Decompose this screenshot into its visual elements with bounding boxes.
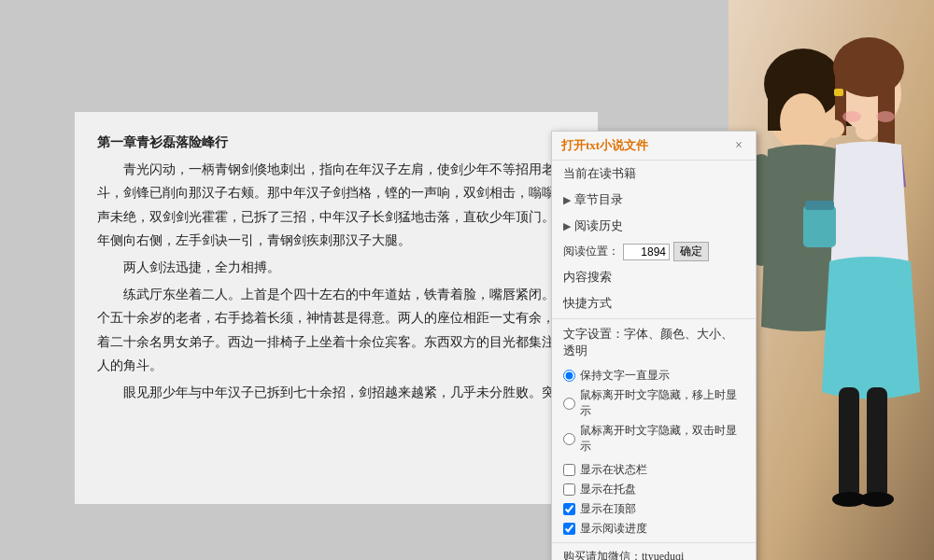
svg-point-11 — [842, 111, 861, 122]
paragraph-3: 练武厅东坐着二人。上首是个四十左右的中年道姑，铁青着脸，嘴唇紧闭。一个五十余岁的… — [97, 283, 575, 377]
radio-input-1[interactable] — [563, 398, 575, 410]
radio-group: 保持文字一直显示 鼠标离开时文字隐藏，移上时显示 鼠标离开时文字隐藏，双击时显示 — [552, 364, 756, 458]
reading-position-label: 阅读位置： — [563, 244, 619, 259]
content-search-label: 内容搜索 — [563, 269, 612, 286]
current-reading-item[interactable]: 当前在读书籍 — [552, 161, 756, 187]
radio-item-2[interactable]: 鼠标离开时文字隐藏，双击时显示 — [563, 421, 744, 456]
svg-rect-10 — [834, 89, 843, 96]
svg-point-21 — [822, 119, 844, 138]
close-button[interactable]: × — [731, 137, 746, 154]
svg-point-18 — [860, 492, 894, 507]
chapter-list-label: 章节目录 — [574, 191, 623, 208]
menu-panel: 打开txt小说文件 × 当前在读书籍 ▶ 章节目录 ▶ 阅读历史 阅读位置： 确… — [551, 131, 757, 560]
svg-rect-16 — [867, 387, 887, 499]
menu-header: 打开txt小说文件 × — [552, 132, 756, 161]
content-search-item[interactable]: 内容搜索 — [552, 264, 756, 290]
paragraph-1: 青光闪动，一柄青钢剑倏地刺出，指向在年汉子左肩，使剑少年不等招用老剑斗，剑锋已削… — [97, 158, 575, 252]
svg-point-5 — [780, 93, 827, 149]
reading-position-row: 阅读位置： 确定 — [552, 239, 756, 264]
radio-input-2[interactable] — [563, 433, 575, 445]
text-settings-item[interactable]: 文字设置：字体、颜色、大小、透明 — [552, 321, 756, 364]
radio-label-2: 鼠标离开时文字隐藏，双击时显示 — [580, 423, 744, 455]
checkbox-input-3[interactable] — [563, 523, 575, 535]
svg-point-12 — [876, 111, 895, 122]
checkbox-group: 显示在状态栏 显示在托盘 显示在顶部 显示阅读进度 — [552, 458, 756, 540]
checkbox-label-1: 显示在托盘 — [580, 482, 636, 497]
checkbox-label-3: 显示阅读进度 — [580, 521, 647, 537]
current-reading-label: 当前在读书籍 — [563, 165, 636, 182]
checkbox-item-2[interactable]: 显示在顶部 — [563, 499, 744, 519]
radio-label-0: 保持文字一直显示 — [580, 368, 670, 384]
paragraph-2: 两人剑法迅捷，全力相搏。 — [97, 256, 575, 279]
shortcut-item[interactable]: 快捷方式 — [552, 290, 756, 316]
text-settings-label: 文字设置：字体、颜色、大小、透明 — [563, 326, 744, 359]
divider-2 — [552, 542, 756, 543]
arrow-icon: ▶ — [563, 194, 571, 206]
reading-area: 第一章青衫磊落险峰行 青光闪动，一柄青钢剑倏地刺出，指向在年汉子左肩，使剑少年不… — [75, 112, 598, 504]
divider-1 — [552, 318, 756, 319]
checkbox-input-0[interactable] — [563, 464, 575, 476]
radio-label-1: 鼠标离开时文字隐藏，移上时显示 — [580, 387, 744, 419]
radio-item-1[interactable]: 鼠标离开时文字隐藏，移上时显示 — [563, 385, 744, 421]
wechat-label: 购买请加微信：ttyueduqi — [563, 550, 684, 560]
arrow-icon-2: ▶ — [563, 220, 571, 232]
shortcut-label: 快捷方式 — [563, 295, 612, 312]
chapter-list-item[interactable]: ▶ 章节目录 — [552, 187, 756, 213]
wechat-row: 购买请加微信：ttyueduqi — [552, 545, 756, 560]
svg-rect-20 — [805, 201, 834, 210]
chapter-title: 第一章青衫磊落险峰行 — [97, 131, 575, 154]
anime-character — [729, 0, 934, 560]
checkbox-input-1[interactable] — [563, 483, 575, 496]
radio-input-0[interactable] — [563, 370, 575, 382]
checkbox-item-1[interactable]: 显示在托盘 — [563, 480, 744, 499]
anime-svg — [729, 0, 934, 560]
menu-title: 打开txt小说文件 — [561, 137, 648, 154]
radio-item-0[interactable]: 保持文字一直显示 — [563, 366, 744, 385]
svg-rect-15 — [839, 387, 859, 499]
paragraph-4: 眼见那少年与中年汉子已拆到七十余招，剑招越来越紧，几乎未分胜败。突 — [97, 381, 575, 404]
svg-point-22 — [856, 121, 878, 140]
checkbox-label-2: 显示在顶部 — [580, 501, 636, 517]
svg-rect-19 — [803, 205, 836, 247]
checkbox-label-0: 显示在状态栏 — [580, 462, 647, 478]
confirm-button[interactable]: 确定 — [673, 242, 709, 261]
read-history-item[interactable]: ▶ 阅读历史 — [552, 213, 756, 239]
checkbox-item-0[interactable]: 显示在状态栏 — [563, 460, 744, 480]
svg-rect-9 — [878, 61, 895, 154]
checkbox-input-2[interactable] — [563, 503, 575, 515]
read-history-label: 阅读历史 — [574, 217, 623, 234]
reading-position-input[interactable] — [623, 244, 670, 260]
checkbox-item-3[interactable]: 显示阅读进度 — [563, 519, 744, 539]
